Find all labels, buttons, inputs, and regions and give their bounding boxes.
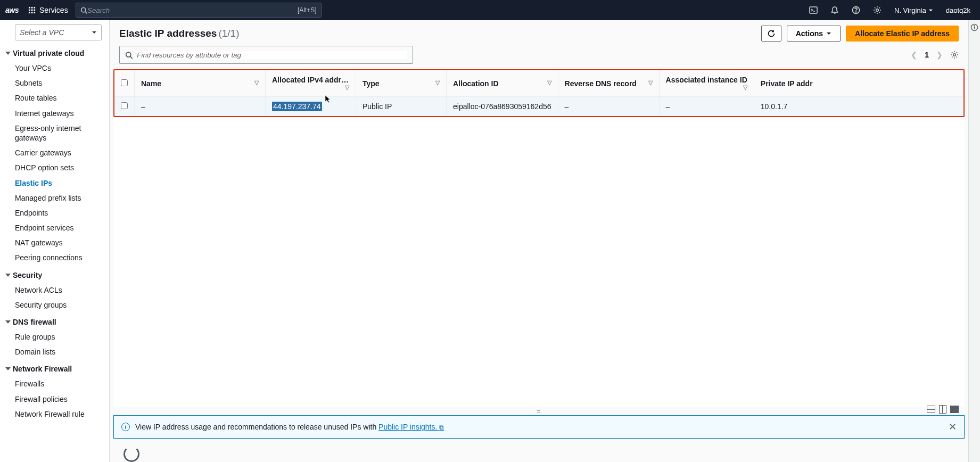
sidebar-item-firewall-policies[interactable]: Firewall policies	[0, 392, 109, 407]
panel-split-bottom-button[interactable]	[927, 406, 935, 413]
actions-label: Actions	[796, 29, 823, 38]
nav-group-header[interactable]: Network Firewall	[0, 361, 109, 376]
settings-icon[interactable]	[873, 6, 882, 14]
sidebar-item-carrier-gateways[interactable]: Carrier gateways	[0, 145, 109, 160]
svg-rect-0	[29, 6, 30, 8]
nav-group-header[interactable]: Virtual private cloud	[0, 46, 109, 61]
caret-down-icon	[92, 30, 97, 35]
page-count: (1/1)	[218, 28, 239, 39]
panel-full-button[interactable]	[950, 406, 959, 413]
eip-table: Name▽ Allocated IPv4 addr…▽ Type▽ Alloca…	[113, 69, 965, 117]
sidebar-item-dhcp-option-sets[interactable]: DHCP option sets	[0, 160, 109, 175]
cell-assoc-instance: –	[659, 97, 754, 117]
actions-button[interactable]: Actions	[787, 26, 841, 42]
triangle-down-icon	[5, 320, 11, 324]
col-private-ip[interactable]: Private IP addr	[754, 70, 963, 97]
svg-rect-6	[29, 12, 30, 13]
refresh-icon	[767, 29, 776, 38]
col-allocated-ip[interactable]: Allocated IPv4 addr…▽	[266, 70, 356, 97]
table-settings-button[interactable]	[950, 51, 959, 59]
sidebar-item-egress-only-internet-gateways[interactable]: Egress-only internet gateways	[0, 121, 109, 145]
banner-close-button[interactable]: ✕	[949, 421, 957, 433]
sidebar-item-nat-gateways[interactable]: NAT gateways	[0, 235, 109, 250]
col-allocation-id[interactable]: Allocation ID▽	[447, 70, 558, 97]
refresh-button[interactable]	[761, 26, 781, 42]
cell-allocated-ip[interactable]: 44.197.237.74	[266, 97, 356, 117]
global-search[interactable]: [Alt+S]	[76, 3, 322, 18]
sidebar-item-firewalls[interactable]: Firewalls	[0, 376, 109, 391]
sidebar-item-internet-gateways[interactable]: Internet gateways	[0, 106, 109, 121]
sidebar-item-network-acls[interactable]: Network ACLs	[0, 283, 109, 298]
table-empty-space	[113, 117, 965, 407]
info-icon: i	[121, 423, 130, 431]
sidebar-item-network-firewall-rule[interactable]: Network Firewall rule	[0, 407, 109, 422]
sort-icon: ▽	[345, 84, 349, 91]
cloudshell-icon[interactable]	[809, 6, 818, 14]
col-name[interactable]: Name▽	[135, 70, 266, 97]
filter-input[interactable]	[137, 51, 407, 59]
col-reverse-dns[interactable]: Reverse DNS record▽	[558, 70, 659, 97]
global-search-input[interactable]	[87, 6, 298, 14]
nav-group-title: Virtual private cloud	[13, 49, 84, 57]
nav-group-header[interactable]: DNS firewall	[0, 315, 109, 329]
sidebar-item-your-vpcs[interactable]: Your VPCs	[0, 61, 109, 76]
sort-icon: ▽	[254, 79, 259, 86]
sidebar-item-rule-groups[interactable]: Rule groups	[0, 329, 109, 344]
pagination: ❮ 1 ❯	[911, 51, 959, 59]
details-splitter[interactable]	[110, 407, 968, 415]
external-link-icon: ⧉	[439, 424, 444, 431]
sort-icon: ▽	[743, 84, 747, 91]
services-menu-button[interactable]: Services	[28, 6, 68, 14]
panel-split-side-button[interactable]	[939, 405, 946, 414]
search-shortcut-hint: [Alt+S]	[298, 6, 317, 14]
sidebar-item-subnets[interactable]: Subnets	[0, 76, 109, 90]
vpc-selector[interactable]: Select a VPC	[15, 24, 102, 40]
allocate-eip-button[interactable]: Allocate Elastic IP address	[846, 26, 959, 42]
col-type[interactable]: Type▽	[356, 70, 447, 97]
select-all-checkbox[interactable]	[121, 79, 128, 86]
sidebar-item-managed-prefix-lists[interactable]: Managed prefix lists	[0, 191, 109, 205]
help-icon[interactable]	[852, 6, 860, 14]
nav-group-title: Network Firewall	[13, 365, 72, 373]
triangle-down-icon	[5, 367, 11, 370]
services-label: Services	[39, 6, 68, 14]
caret-down-icon	[826, 31, 831, 36]
page-prev-button[interactable]: ❮	[911, 51, 917, 59]
aws-logo[interactable]: aws	[5, 6, 19, 14]
triangle-down-icon	[5, 274, 11, 277]
main-content: Elastic IP addresses (1/1) Actions Alloc…	[110, 20, 968, 462]
cell-private-ip: 10.0.1.7	[754, 97, 963, 117]
notifications-icon[interactable]	[830, 6, 839, 14]
cell-reverse-dns: –	[558, 97, 659, 117]
sidebar-item-peering-connections[interactable]: Peering connections	[0, 250, 109, 265]
sidebar-item-security-groups[interactable]: Security groups	[0, 298, 109, 312]
cell-name: –	[135, 97, 266, 117]
sidebar-item-domain-lists[interactable]: Domain lists	[0, 344, 109, 359]
svg-point-15	[876, 9, 879, 12]
col-assoc-instance[interactable]: Associated instance ID▽	[659, 70, 754, 97]
triangle-down-icon	[5, 52, 11, 55]
account-username[interactable]: daotq2k	[946, 6, 975, 14]
sidebar: Select a VPC Virtual private cloudYour V…	[0, 20, 110, 462]
page-current: 1	[925, 51, 929, 59]
filter-input-wrap[interactable]	[119, 46, 413, 64]
sidebar-item-endpoint-services[interactable]: Endpoint services	[0, 220, 109, 235]
region-selector[interactable]: N. Virginia	[894, 6, 933, 14]
public-ip-insights-link[interactable]: Public IP insights. ⧉	[378, 423, 444, 431]
caret-down-icon	[928, 8, 933, 13]
nav-group-header[interactable]: Security	[0, 268, 109, 283]
table-row[interactable]: –44.197.237.74Public IPeipalloc-076a8693…	[114, 97, 963, 117]
ip-insights-banner: i View IP address usage and recommendati…	[113, 415, 965, 439]
row-checkbox[interactable]	[121, 102, 128, 109]
svg-point-16	[126, 52, 131, 57]
info-icon	[970, 23, 978, 31]
nav-group-title: Security	[13, 271, 42, 279]
sidebar-item-elastic-ips[interactable]: Elastic IPs	[0, 176, 109, 191]
search-icon	[125, 51, 133, 59]
sidebar-item-endpoints[interactable]: Endpoints	[0, 205, 109, 220]
svg-point-14	[855, 12, 856, 12]
right-info-rail[interactable]	[968, 20, 980, 462]
sidebar-item-route-tables[interactable]: Route tables	[0, 90, 109, 105]
svg-rect-5	[34, 9, 35, 11]
page-next-button[interactable]: ❯	[936, 51, 943, 59]
